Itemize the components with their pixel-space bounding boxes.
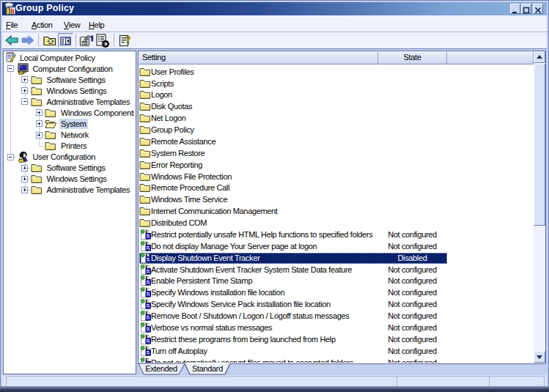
svg-text:Extended: Extended xyxy=(145,364,177,373)
svg-text:Standard: Standard xyxy=(192,364,223,373)
